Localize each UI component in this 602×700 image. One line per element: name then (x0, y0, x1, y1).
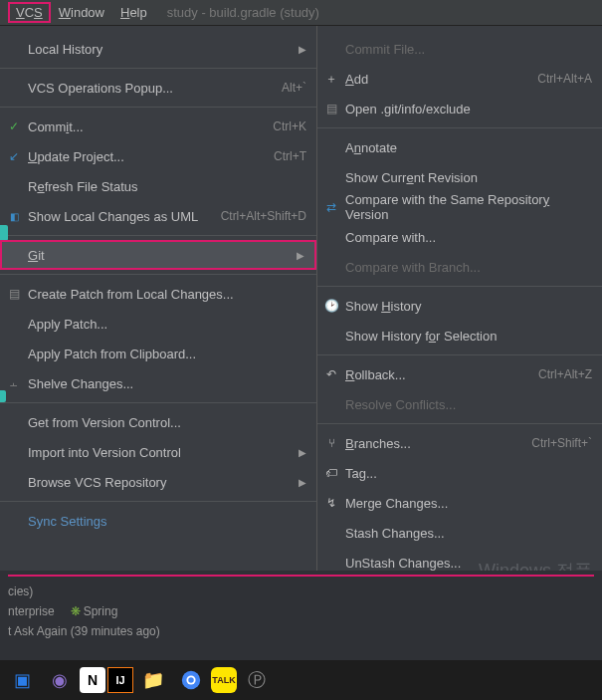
menu-local-history[interactable]: Local History ▶ (0, 34, 316, 64)
menu-label: Sync Settings (28, 514, 306, 529)
rollback-icon: ↶ (323, 366, 339, 382)
merge-icon: ↯ (323, 495, 339, 511)
shortcut: Ctrl+Alt+Shift+D (221, 209, 306, 223)
menu-label: Compare with Branch... (345, 260, 592, 275)
menu-label: Resolve Conflicts... (345, 397, 592, 412)
taskbar-kakao-icon[interactable]: TALK (211, 667, 237, 693)
menu-label: Show Current Revision (345, 170, 592, 185)
menu-label: Stash Changes... (345, 526, 592, 541)
separator (317, 127, 602, 128)
shortcut: Ctrl+Alt+A (537, 72, 592, 86)
menu-shelve-changes[interactable]: ⫠ Shelve Changes... (0, 368, 316, 398)
separator (0, 501, 316, 502)
submenu-compare-with[interactable]: Compare with... (317, 222, 602, 252)
menu-label: Browse VCS Repository (28, 475, 295, 490)
menu-label: Show History (345, 299, 592, 314)
submenu-tag[interactable]: 🏷 Tag... (317, 458, 602, 488)
bottom-panel: cies) nterprise ❋Spring t Ask Again (39 … (0, 571, 602, 660)
menu-apply-patch-clipboard[interactable]: Apply Patch from Clipboard... (0, 339, 316, 368)
tag-icon: 🏷 (323, 465, 339, 481)
separator (317, 354, 602, 355)
spring-icon: ❋ (71, 604, 81, 618)
menu-label: Show Local Changes as UML (28, 209, 221, 224)
menubar-vcs[interactable]: VCS (8, 2, 51, 23)
submenu-branches[interactable]: ⑂ Branches... Ctrl+Shift+` (317, 428, 602, 458)
menu-refresh-status[interactable]: Refresh File Status (0, 171, 316, 201)
submenu-add[interactable]: ＋ Add Ctrl+Alt+A (317, 64, 602, 94)
menu-browse-vcs-repo[interactable]: Browse VCS Repository ▶ (0, 467, 316, 497)
menu-commit[interactable]: ✓ Commit... Ctrl+K (0, 112, 316, 141)
svg-point-2 (188, 677, 194, 683)
shortcut: Ctrl+Alt+Z (538, 367, 592, 381)
separator (317, 423, 602, 424)
shortcut: Ctrl+K (273, 119, 306, 133)
taskbar-chrome-icon[interactable] (173, 662, 209, 698)
taskbar-intellij-icon[interactable]: IJ (107, 667, 133, 693)
menu-create-patch[interactable]: ▤ Create Patch from Local Changes... (0, 279, 316, 309)
plus-icon: ＋ (323, 71, 339, 87)
separator (317, 286, 602, 287)
submenu-annotate[interactable]: Annotate (317, 132, 602, 162)
menu-vcs-ops-popup[interactable]: VCS Operations Popup... Alt+` (0, 73, 316, 103)
menu-update-project[interactable]: ↙ Update Project... Ctrl+T (0, 141, 316, 171)
menu-label: UnStash Changes... (345, 556, 592, 571)
submenu-compare-branch[interactable]: Compare with Branch... (317, 252, 602, 282)
submenu-arrow-icon: ▶ (299, 44, 306, 55)
vcs-menu: Local History ▶ VCS Operations Popup... … (0, 26, 316, 660)
bottom-spring: ❋Spring (71, 604, 118, 618)
divider (8, 575, 594, 577)
menu-show-local-uml[interactable]: ◧ Show Local Changes as UML Ctrl+Alt+Shi… (0, 201, 316, 231)
compare-icon: ⇄ (323, 199, 339, 215)
menu-label: Commit File... (345, 42, 592, 57)
menu-label: Local History (28, 42, 295, 57)
menu-label: Update Project... (28, 149, 274, 164)
taskbar-explorer-icon[interactable]: 📁 (135, 662, 171, 698)
submenu-compare-same-repo[interactable]: ⇄ Compare with the Same Repository Versi… (317, 192, 602, 222)
uml-icon: ◧ (6, 208, 22, 224)
menu-label: Get from Version Control... (28, 415, 306, 430)
shortcut: Ctrl+Shift+` (531, 436, 592, 450)
separator (0, 107, 316, 108)
menu-label: Open .git/info/exclude (345, 102, 592, 117)
submenu-show-history[interactable]: 🕑 Show History (317, 291, 602, 321)
menu-sync-settings[interactable]: Sync Settings (0, 506, 316, 536)
taskbar-notion-icon[interactable]: N (80, 667, 105, 693)
menu-label: Show History for Selection (345, 329, 592, 344)
menubar-help[interactable]: Help (112, 2, 155, 23)
menubar-window[interactable]: WWindowindow (51, 2, 112, 23)
menu-label: VCS Operations Popup... (28, 81, 282, 96)
menu-label: Annotate (345, 140, 592, 155)
menu-apply-patch[interactable]: Apply Patch... (0, 309, 316, 339)
taskbar: ▣ ◉ N IJ 📁 TALK Ⓟ (0, 660, 602, 700)
menu-label: Merge Changes... (345, 496, 592, 511)
submenu-show-history-selection[interactable]: Show History for Selection (317, 321, 602, 350)
separator (0, 235, 316, 236)
submenu-stash-changes[interactable]: Stash Changes... (317, 518, 602, 548)
menu-label: Apply Patch... (28, 317, 306, 332)
menubar: VCS WWindowindow Help study - build.grad… (0, 0, 602, 26)
chrome-svg (180, 669, 202, 691)
submenu-arrow-icon: ▶ (299, 447, 306, 458)
submenu-resolve-conflicts[interactable]: Resolve Conflicts... (317, 389, 602, 419)
submenu-arrow-icon: ▶ (297, 250, 304, 261)
menu-label: Import into Version Control (28, 445, 295, 460)
submenu-show-current-revision[interactable]: Show Current Revision (317, 162, 602, 192)
separator (0, 68, 316, 69)
menu-get-from-vcs[interactable]: Get from Version Control... (0, 407, 316, 437)
taskbar-app-2[interactable]: Ⓟ (239, 662, 275, 698)
taskbar-app-1[interactable]: ▣ (4, 662, 40, 698)
separator (0, 402, 316, 403)
submenu-commit-file[interactable]: Commit File... (317, 34, 602, 64)
submenu-open-git-exclude[interactable]: ▤ Open .git/info/exclude (317, 94, 602, 123)
shelve-icon: ⫠ (6, 375, 22, 391)
update-icon: ↙ (6, 148, 22, 164)
git-submenu: Commit File... ＋ Add Ctrl+Alt+A ▤ Open .… (316, 26, 602, 660)
branch-icon: ⑂ (323, 435, 339, 451)
menu-git[interactable]: Git ▶ (0, 240, 316, 270)
menu-import-into-vcs[interactable]: Import into Version Control ▶ (0, 437, 316, 467)
taskbar-eclipse-icon[interactable]: ◉ (42, 662, 78, 698)
submenu-rollback[interactable]: ↶ Rollback... Ctrl+Alt+Z (317, 359, 602, 389)
menu-label: Add (345, 72, 537, 87)
shortcut: Ctrl+T (274, 149, 306, 163)
submenu-merge-changes[interactable]: ↯ Merge Changes... (317, 488, 602, 518)
